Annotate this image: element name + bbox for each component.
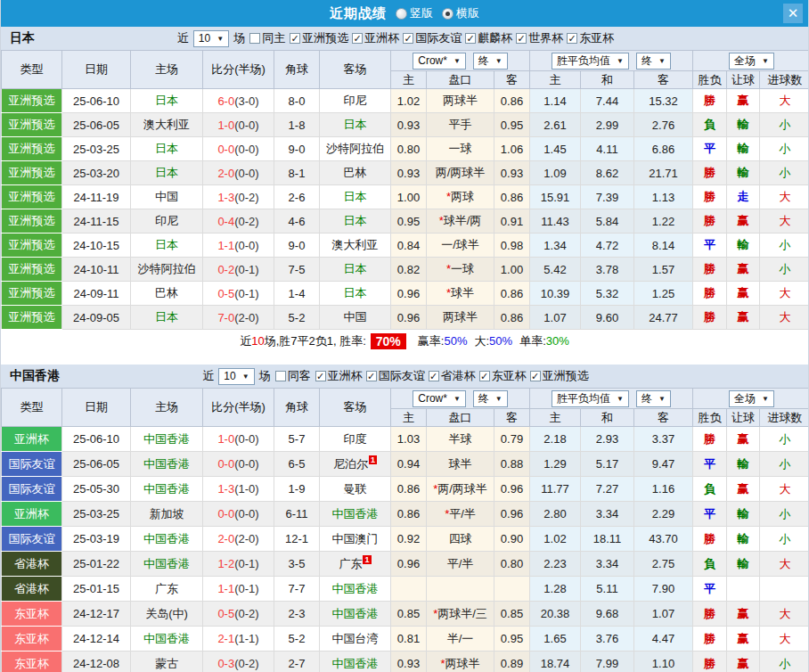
match-date: 25-05-30 bbox=[62, 477, 131, 502]
odds-away: 0.86 bbox=[494, 282, 530, 306]
asterisk-marker: * bbox=[446, 286, 451, 299]
competition-checkbox[interactable]: ✓亚洲杯 bbox=[315, 368, 363, 384]
checkbox-checked-icon: ✓ bbox=[479, 371, 490, 381]
odds-away: 0.80 bbox=[494, 552, 530, 577]
bookmaker-dropdown[interactable]: Crow* bbox=[413, 53, 466, 70]
asterisk-marker: * bbox=[440, 657, 445, 670]
fulltime-dropdown[interactable]: 全场 bbox=[729, 390, 774, 407]
match-row: 亚洲杯25-06-10中国香港1-0(0-0)5-7印度1.03半球0.792.… bbox=[2, 427, 809, 452]
col-home: 主场 bbox=[131, 389, 203, 427]
avg-odds-dropdown[interactable]: 胜平负均值 bbox=[552, 53, 629, 70]
final-dropdown-2[interactable]: 终 bbox=[636, 53, 671, 70]
layout-radio-horizontal[interactable]: 横版 bbox=[442, 5, 479, 21]
avg-home-odds: 10.39 bbox=[530, 282, 581, 306]
home-team: 中国香港 bbox=[131, 552, 203, 577]
result-handicap: 赢 bbox=[727, 652, 760, 672]
away-team: 尼泊尔1 bbox=[320, 452, 391, 477]
odds-home: 0.81 bbox=[391, 627, 427, 652]
bookmaker-dropdown[interactable]: Crow* bbox=[413, 390, 466, 407]
subcol-handicap-result: 让球 bbox=[727, 409, 760, 427]
final-dropdown-1[interactable]: 终 bbox=[473, 53, 508, 70]
corners: 6-11 bbox=[274, 502, 320, 527]
match-date: 24-11-15 bbox=[62, 209, 131, 234]
final-dropdown-2[interactable]: 终 bbox=[636, 390, 671, 407]
competition-checkbox[interactable]: ✓亚洲杯 bbox=[352, 30, 399, 46]
away-team: 曼联 bbox=[320, 477, 391, 502]
competition-checkbox[interactable]: ✓东亚杯 bbox=[479, 368, 527, 384]
avg-away-odds: 1.57 bbox=[634, 258, 693, 282]
odds-home: 0.96 bbox=[391, 306, 427, 330]
odds-home: 0.96 bbox=[391, 552, 427, 577]
result-winlose: 勝 bbox=[693, 282, 727, 306]
avg-odds-group: 胜平负均值终 bbox=[530, 389, 693, 409]
match-date: 24-09-05 bbox=[62, 306, 131, 330]
avg-draw-odds: 5.11 bbox=[581, 577, 634, 602]
away-team: 日本 bbox=[320, 185, 391, 209]
result-handicap: 赢 bbox=[727, 209, 760, 234]
home-team: 日本 bbox=[131, 161, 203, 185]
close-button[interactable]: ✕ bbox=[783, 4, 803, 23]
competition-checkbox[interactable]: ✓东亚杯 bbox=[567, 30, 614, 46]
competition-checkbox[interactable]: ✓亚洲预选 bbox=[290, 30, 348, 46]
odds-home: 0.80 bbox=[391, 137, 427, 161]
match-date: 25-03-20 bbox=[62, 161, 131, 185]
corners: 1-4 bbox=[274, 282, 320, 306]
result-goals: 大 bbox=[760, 209, 809, 234]
avg-odds-dropdown-value: 胜平负均值 bbox=[557, 392, 610, 406]
avg-odds-dropdown[interactable]: 胜平负均值 bbox=[552, 390, 629, 407]
away-team: 巴林 bbox=[320, 161, 391, 185]
match-score: 2-1(1-1) bbox=[203, 627, 274, 652]
subcol-avg-draw: 和 bbox=[581, 409, 634, 427]
result-handicap: 輸 bbox=[727, 527, 760, 552]
corners: 8-0 bbox=[274, 89, 320, 113]
recent-count-value: 10 bbox=[199, 32, 210, 45]
odds-away: 0.85 bbox=[494, 602, 530, 627]
avg-draw-odds: 8.62 bbox=[581, 161, 634, 185]
avg-away-odds: 1.13 bbox=[634, 185, 693, 209]
result-handicap: 輸 bbox=[727, 137, 760, 161]
handicap-line: 一球 bbox=[427, 137, 494, 161]
away-team: 中国香港 bbox=[320, 502, 391, 527]
match-date: 25-03-25 bbox=[62, 137, 131, 161]
competition-checkbox[interactable]: ✓世界杯 bbox=[516, 30, 563, 46]
result-handicap: 赢 bbox=[727, 306, 760, 330]
results-table: 类型 日期 主场 比分(半场) 角球 客场 Crow*终 胜平负均值终 全场 bbox=[1, 388, 809, 672]
odds-home: 0.92 bbox=[391, 527, 427, 552]
recent-count-select[interactable]: 10 bbox=[218, 368, 254, 385]
match-date: 24-12-08 bbox=[62, 652, 131, 672]
competition-label: 国际友谊 bbox=[379, 368, 425, 384]
result-goals: 大 bbox=[760, 185, 809, 209]
layout-radio-vertical[interactable]: 竖版 bbox=[396, 5, 433, 21]
result-goals: 大 bbox=[760, 282, 809, 306]
competition-checkbox[interactable]: ✓国际友谊 bbox=[366, 368, 425, 384]
match-score: 1-3(1-0) bbox=[203, 477, 274, 502]
recent-count-select[interactable]: 10 bbox=[193, 30, 229, 47]
avg-home-odds: 5.42 bbox=[530, 258, 581, 282]
result-winlose: 勝 bbox=[693, 306, 727, 330]
competition-label: 世界杯 bbox=[528, 30, 563, 46]
avg-away-odds: 4.47 bbox=[634, 627, 693, 652]
home-team: 澳大利亚 bbox=[131, 113, 203, 137]
competition-checkbox[interactable]: ✓国际友谊 bbox=[403, 30, 462, 46]
fulltime-dropdown-value: 全场 bbox=[734, 54, 756, 68]
avg-home-odds: 11.77 bbox=[530, 477, 581, 502]
competition-label: 麒麟杯 bbox=[478, 30, 512, 46]
same-venue-checkbox[interactable]: 同主 bbox=[249, 30, 285, 46]
competition-badge: 东亚杯 bbox=[2, 627, 62, 652]
competition-checkbox[interactable]: ✓麒麟杯 bbox=[465, 30, 512, 46]
match-row: 亚洲预选25-06-05澳大利亚1-0(0-0)1-8日本0.93平手0.952… bbox=[2, 113, 809, 137]
competition-checkbox[interactable]: ✓亚洲预选 bbox=[530, 368, 589, 384]
same-venue-checkbox[interactable]: 同客 bbox=[275, 368, 311, 384]
corners: 1-9 bbox=[274, 477, 320, 502]
result-winlose: 勝 bbox=[693, 161, 727, 185]
odds-home: 0.93 bbox=[391, 113, 427, 137]
competition-checkbox[interactable]: ✓省港杯 bbox=[429, 368, 476, 384]
match-date: 24-12-14 bbox=[62, 627, 131, 652]
odds-away: 0.98 bbox=[494, 234, 530, 258]
final-dropdown-1-value: 终 bbox=[478, 392, 489, 406]
final-dropdown-1[interactable]: 终 bbox=[473, 390, 508, 407]
handicap-line: 两球半 bbox=[427, 89, 494, 113]
subcol-away-odds: 客 bbox=[494, 71, 530, 89]
away-team: 日本 bbox=[320, 113, 391, 137]
fulltime-dropdown[interactable]: 全场 bbox=[729, 53, 774, 70]
